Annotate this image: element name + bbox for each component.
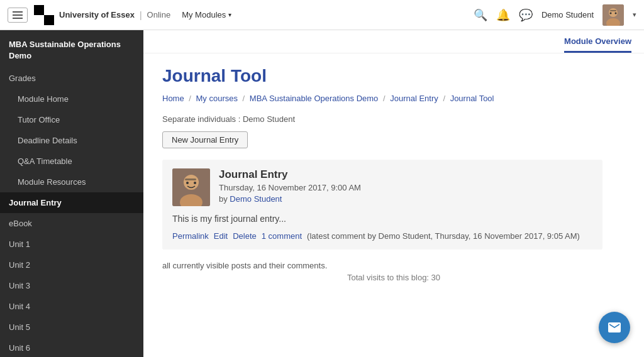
permalink-link[interactable]: Permalink [172, 231, 209, 241]
sidebar: MBA Sustainable Operations Demo GradesMo… [0, 30, 143, 357]
main-layout: MBA Sustainable Operations Demo GradesMo… [0, 30, 644, 357]
sidebar-item-module-resources[interactable]: Module Resources [0, 172, 143, 192]
sidebar-item-unit-2[interactable]: Unit 2 [0, 255, 143, 275]
journal-entry-date: Thursday, 16 November 2017, 9:00 AM [219, 183, 361, 192]
journal-card-header: Journal Entry Thursday, 16 November 2017… [172, 168, 592, 206]
search-icon[interactable]: 🔍 [474, 8, 487, 22]
comment-count-link[interactable]: 1 comment [262, 231, 302, 241]
new-journal-entry-button[interactable]: New Journal Entry [162, 131, 248, 148]
sidebar-item-journal-entry[interactable]: Journal Entry [0, 192, 143, 213]
sidebar-item-q&a-timetable[interactable]: Q&A Timetable [0, 151, 143, 172]
my-modules-label: My Modules [182, 10, 226, 19]
logo-area: University of Essex | Online [34, 5, 170, 25]
bell-icon[interactable]: 🔔 [496, 8, 510, 22]
breadcrumb-item-0[interactable]: Home [162, 94, 184, 103]
module-overview-bar: Module Overview [143, 30, 644, 53]
sidebar-item-deadline-details[interactable]: Deadline Details [0, 130, 143, 151]
sidebar-item-unit-3[interactable]: Unit 3 [0, 275, 143, 296]
journal-actions: Permalink Edit Delete 1 comment (latest … [172, 231, 592, 241]
sidebar-item-module-home[interactable]: Module Home [0, 89, 143, 109]
hamburger-menu[interactable] [8, 8, 28, 23]
logo-checker-icon [34, 5, 54, 25]
sidebar-item-unit-1[interactable]: Unit 1 [0, 234, 143, 255]
sidebar-item-unit-6[interactable]: Unit 6 [0, 338, 143, 357]
logo-online-text: Online [147, 10, 171, 19]
separate-label: Separate individuals : Demo Student [162, 114, 625, 124]
breadcrumb-separator: / [441, 94, 448, 103]
comment-info: (latest comment by Demo Student, Thursda… [307, 231, 580, 241]
journal-author-line: by Demo Student [219, 194, 361, 204]
journal-author-avatar [172, 168, 210, 206]
sidebar-item-unit-5[interactable]: Unit 5 [0, 317, 143, 338]
journal-entry-body: This is my first journal entry... [172, 214, 592, 224]
sidebar-item-ebook[interactable]: eBook [0, 213, 143, 234]
breadcrumb-separator: / [240, 94, 247, 103]
sidebar-course-title: MBA Sustainable Operations Demo [0, 30, 143, 68]
fab-message-button[interactable] [599, 312, 630, 343]
svg-point-5 [615, 12, 617, 14]
logo-divider: | [140, 10, 142, 20]
main-content: Module Overview Journal Tool Home / My c… [143, 30, 644, 357]
svg-point-10 [186, 182, 189, 184]
svg-rect-3 [610, 10, 616, 11]
chevron-down-icon: ▾ [228, 11, 231, 18]
profile-dropdown-arrow[interactable]: ▾ [633, 11, 636, 19]
sidebar-item-tutor-office[interactable]: Tutor Office [0, 109, 143, 130]
breadcrumb-item-3[interactable]: Journal Entry [390, 94, 438, 103]
breadcrumb-item-2[interactable]: MBA Sustainable Operations Demo [250, 94, 379, 103]
page-body: Journal Tool Home / My courses / MBA Sus… [143, 53, 644, 295]
breadcrumb-separator: / [187, 94, 194, 103]
edit-link[interactable]: Edit [214, 231, 228, 241]
module-overview-tab[interactable]: Module Overview [564, 36, 631, 53]
journal-meta: Journal Entry Thursday, 16 November 2017… [219, 168, 361, 206]
topnav-right: 🔍 🔔 💬 Demo Student ▾ [474, 4, 636, 26]
avatar[interactable] [602, 4, 624, 26]
username-label: Demo Student [541, 10, 594, 19]
sidebar-item-grades[interactable]: Grades [0, 68, 143, 89]
journal-entry-title: Journal Entry [219, 168, 361, 181]
my-modules-dropdown[interactable]: My Modules ▾ [182, 10, 231, 19]
logo-university-text: University of Essex [59, 10, 135, 19]
sidebar-item-unit-4[interactable]: Unit 4 [0, 296, 143, 317]
journal-entry-card: Journal Entry Thursday, 16 November 2017… [162, 160, 602, 250]
breadcrumb-separator: / [380, 94, 387, 103]
journal-author-link[interactable]: Demo Student [230, 194, 282, 204]
page-title: Journal Tool [162, 66, 625, 86]
svg-rect-9 [185, 178, 196, 180]
breadcrumb: Home / My courses / MBA Sustainable Oper… [162, 94, 625, 103]
breadcrumb-item-4[interactable]: Journal Tool [450, 94, 494, 103]
journal-by-prefix: by [219, 194, 228, 204]
chat-icon[interactable]: 💬 [519, 8, 533, 22]
top-navigation: University of Essex | Online My Modules … [0, 0, 644, 30]
breadcrumb-item-1[interactable]: My courses [196, 94, 238, 103]
svg-point-4 [610, 12, 612, 14]
posts-note: all currently visible posts and their co… [162, 261, 625, 270]
total-visits: Total visits to this blog: 30 [162, 273, 625, 282]
svg-point-11 [194, 182, 196, 184]
delete-link[interactable]: Delete [233, 231, 257, 241]
